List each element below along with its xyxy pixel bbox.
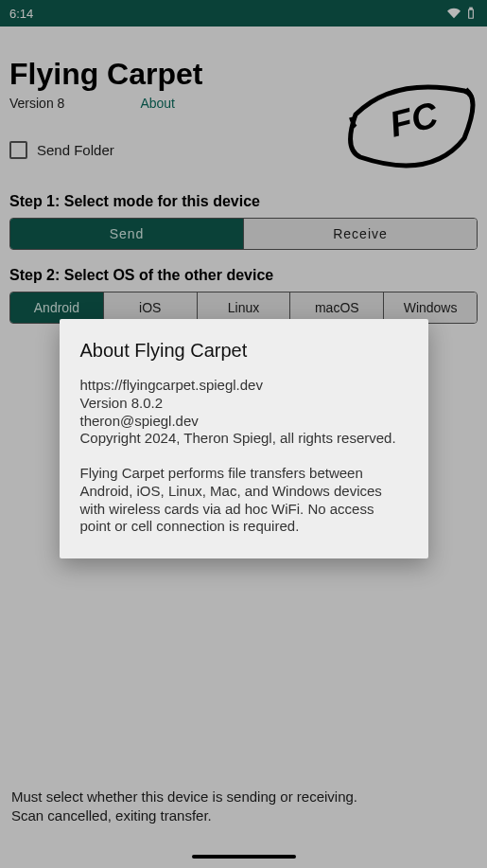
dialog-url: https://flyingcarpet.spiegl.dev	[80, 377, 408, 395]
dialog-version: Version 8.0.2	[80, 395, 408, 413]
dialog-title: About Flying Carpet	[80, 340, 408, 362]
dialog-body: https://flyingcarpet.spiegl.dev Version …	[80, 377, 408, 536]
dialog-description: Flying Carpet performs file transfers be…	[80, 465, 408, 536]
dialog-copyright: Copyright 2024, Theron Spiegl, all right…	[80, 430, 408, 448]
modal-overlay[interactable]: About Flying Carpet https://flyingcarpet…	[0, 0, 487, 868]
dialog-email: theron@spiegl.dev	[80, 413, 408, 431]
about-dialog: About Flying Carpet https://flyingcarpet…	[60, 319, 428, 558]
